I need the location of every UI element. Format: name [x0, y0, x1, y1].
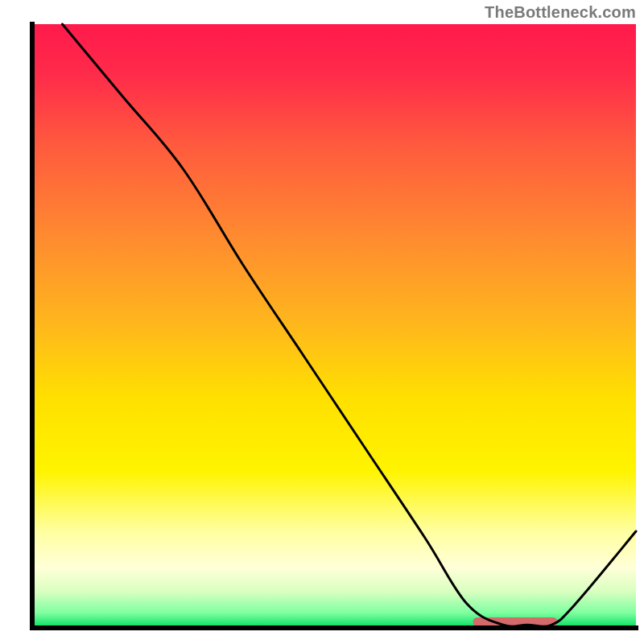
chart-svg [0, 0, 644, 644]
watermark-text: TheBottleneck.com [485, 3, 636, 22]
plot-background [32, 24, 636, 628]
chart-stage: TheBottleneck.com [0, 0, 644, 644]
